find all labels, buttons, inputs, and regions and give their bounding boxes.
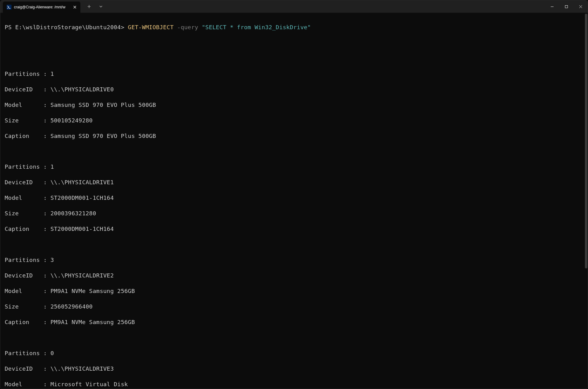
drive2-deviceid: DeviceID : \\.\PHYSICALDRIVE2: [5, 272, 583, 280]
minimize-button[interactable]: [545, 0, 559, 13]
scrollbar[interactable]: [585, 14, 587, 268]
window-controls: [545, 0, 588, 13]
drive0-model: Model : Samsung SSD 970 EVO Plus 500GB: [5, 101, 583, 109]
maximize-button[interactable]: [559, 0, 573, 13]
svg-rect-1: [565, 5, 568, 8]
drive1-deviceid: DeviceID : \\.\PHYSICALDRIVE1: [5, 179, 583, 186]
drive2-caption: Caption : PM9A1 NVMe Samsung 256GB: [5, 318, 583, 326]
tab-active[interactable]: craig@Craig-Alienware: /mnt/w: [3, 2, 80, 13]
powershell-icon: [7, 5, 11, 10]
drive1-caption: Caption : ST2000DM001-1CH164: [5, 225, 583, 233]
new-tab-button[interactable]: [84, 2, 94, 11]
drive3-deviceid: DeviceID : \\.\PHYSICALDRIVE3: [5, 365, 583, 373]
drive2-size: Size : 256052966400: [5, 303, 583, 311]
drive2-partitions: Partitions : 3: [5, 256, 583, 264]
close-button[interactable]: [573, 0, 588, 13]
drive0-partitions: Partitions : 1: [5, 70, 583, 78]
drive3-model: Model : Microsoft Virtual Disk: [5, 381, 583, 388]
tab-close-button[interactable]: [72, 5, 77, 10]
tab-title: craig@Craig-Alienware: /mnt/w: [14, 5, 70, 9]
dropdown-button[interactable]: [96, 2, 106, 11]
terminal-content[interactable]: PS E:\wslDistroStorage\Ubuntu2004> GET-W…: [0, 13, 588, 389]
drive3-partitions: Partitions : 0: [5, 350, 583, 357]
drive1-size: Size : 2000396321280: [5, 210, 583, 217]
drive1-partitions: Partitions : 1: [5, 163, 583, 171]
drive0-size: Size : 500105249280: [5, 117, 583, 125]
drive2-model: Model : PM9A1 NVMe Samsung 256GB: [5, 287, 583, 295]
prompt-line: PS E:\wslDistroStorage\Ubuntu2004> GET-W…: [5, 24, 583, 31]
tabbar-actions: [80, 0, 106, 13]
drive0-deviceid: DeviceID : \\.\PHYSICALDRIVE0: [5, 86, 583, 94]
drive1-model: Model : ST2000DM001-1CH164: [5, 194, 583, 202]
titlebar-drag-region[interactable]: [106, 0, 545, 13]
drive0-caption: Caption : Samsung SSD 970 EVO Plus 500GB: [5, 132, 583, 140]
titlebar: craig@Craig-Alienware: /mnt/w: [0, 0, 588, 13]
